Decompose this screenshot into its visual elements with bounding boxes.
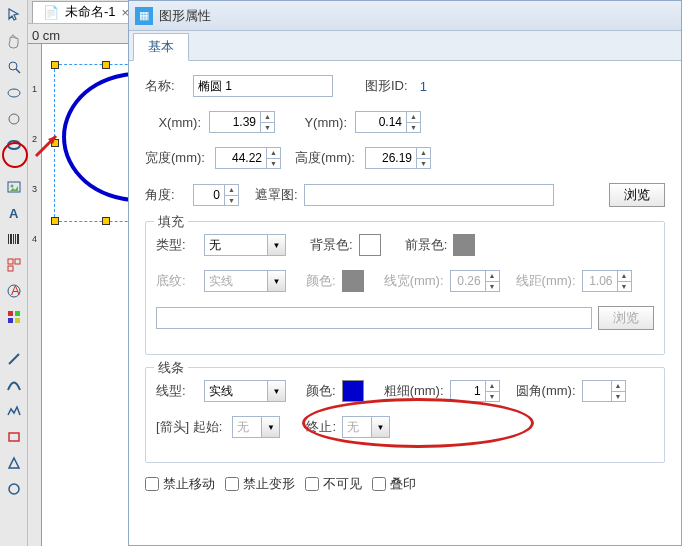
arrow-end-select[interactable]: ▼ — [342, 416, 390, 438]
arrow-start-select[interactable]: ▼ — [232, 416, 280, 438]
x-spinner[interactable]: ▲▼ — [209, 111, 275, 133]
handle-bottom-center[interactable] — [102, 217, 110, 225]
linesp-spinner[interactable]: ▲▼ — [582, 270, 632, 292]
panel-tabs: 基本 — [129, 31, 681, 61]
svg-rect-23 — [9, 433, 19, 441]
linecolor-swatch[interactable] — [342, 380, 364, 402]
circle-tool-icon[interactable] — [3, 108, 25, 130]
name-input[interactable] — [193, 75, 333, 97]
y-spinner[interactable]: ▲▼ — [355, 111, 421, 133]
curve-tool-icon[interactable] — [3, 374, 25, 396]
svg-point-24 — [9, 484, 19, 494]
image-tool-icon[interactable] — [3, 176, 25, 198]
canvas-area: 0 cm 1 2 3 4 — [28, 24, 128, 546]
line-group-title: 线条 — [154, 359, 188, 377]
svg-rect-18 — [8, 311, 13, 316]
shapeid-value: 1 — [420, 79, 427, 94]
tab-icon: 📄 — [43, 5, 59, 20]
mask-input[interactable] — [304, 184, 554, 206]
checkbox-row: 禁止移动 禁止变形 不可见 叠印 — [145, 475, 665, 493]
linesp-label: 线距(mm): — [516, 272, 576, 290]
svg-rect-13 — [8, 259, 13, 264]
svg-rect-20 — [8, 318, 13, 323]
height-label: 高度(mm): — [295, 149, 359, 167]
panel-body: 名称: 图形ID: 1 X(mm): ▲▼ Y(mm): ▲▼ 宽度(mm): … — [129, 61, 681, 545]
selection-box — [54, 64, 128, 222]
hand-tool-icon[interactable] — [3, 30, 25, 52]
corner-label: 圆角(mm): — [516, 382, 576, 400]
linecolor-label: 颜色: — [306, 382, 336, 400]
fill-browse-button: 浏览 — [598, 306, 654, 330]
width-spinner[interactable]: ▲▼ — [215, 147, 281, 169]
linew-label: 线宽(mm): — [384, 272, 444, 290]
zoom-tool-icon[interactable] — [3, 56, 25, 78]
svg-rect-14 — [15, 259, 20, 264]
angle-label: 角度: — [145, 186, 187, 204]
panel-titlebar[interactable]: ▦ 图形属性 — [129, 1, 681, 31]
svg-point-3 — [9, 114, 19, 124]
overprint-checkbox[interactable]: 叠印 — [372, 475, 416, 493]
panel-title-text: 图形属性 — [159, 7, 211, 25]
bgcolor-swatch[interactable] — [359, 234, 381, 256]
fill-color-label: 颜色: — [306, 272, 336, 290]
canvas[interactable] — [42, 44, 128, 546]
circle2-tool-icon[interactable] — [3, 478, 25, 500]
lineweight-label: 粗细(mm): — [384, 382, 444, 400]
annotation-circle — [2, 142, 28, 168]
corner-spinner[interactable]: ▲▼ — [582, 380, 626, 402]
fill-path-input[interactable] — [156, 307, 592, 329]
svg-rect-21 — [15, 318, 20, 323]
fgcolor-label: 前景色: — [405, 236, 448, 254]
svg-text:A: A — [9, 206, 19, 221]
tab-basic[interactable]: 基本 — [133, 33, 189, 61]
width-label: 宽度(mm): — [145, 149, 209, 167]
ruler-vertical: 1 2 3 4 — [28, 44, 42, 546]
svg-point-0 — [9, 62, 17, 70]
pointer-tool-icon[interactable] — [3, 4, 25, 26]
angle-spinner[interactable]: ▲▼ — [193, 184, 239, 206]
lockdeform-checkbox[interactable]: 禁止变形 — [225, 475, 295, 493]
y-label: Y(mm): — [291, 115, 349, 130]
svg-rect-15 — [8, 266, 13, 271]
lineweight-spinner[interactable]: ▲▼ — [450, 380, 500, 402]
oval-tool-icon[interactable] — [3, 82, 25, 104]
document-tab[interactable]: 📄 未命名-1 × — [32, 1, 140, 23]
fill-type-label: 类型: — [156, 236, 198, 254]
palette-tool-icon[interactable] — [3, 306, 25, 328]
handle-top-left[interactable] — [51, 61, 59, 69]
mask-label: 遮罩图: — [255, 186, 298, 204]
handle-top-center[interactable] — [102, 61, 110, 69]
mask-browse-button[interactable]: 浏览 — [609, 183, 665, 207]
line-tool-icon[interactable] — [3, 348, 25, 370]
linew-spinner[interactable]: ▲▼ — [450, 270, 500, 292]
arrow-end-label: 终止: — [306, 418, 336, 436]
handle-bottom-left[interactable] — [51, 217, 59, 225]
fgcolor-swatch[interactable] — [453, 234, 475, 256]
svg-line-1 — [16, 69, 20, 73]
selected-shape[interactable] — [58, 68, 128, 218]
name-label: 名称: — [145, 77, 187, 95]
fill-color-swatch[interactable] — [342, 270, 364, 292]
ruler-horizontal: 0 cm — [28, 24, 128, 44]
polyline-tool-icon[interactable] — [3, 400, 25, 422]
svg-rect-10 — [13, 234, 14, 244]
invisible-checkbox[interactable]: 不可见 — [305, 475, 362, 493]
barcode-tool-icon[interactable] — [3, 228, 25, 250]
annotation-arrow-icon — [32, 130, 62, 163]
height-spinner[interactable]: ▲▼ — [365, 147, 431, 169]
pattern-select[interactable]: ▼ — [204, 270, 286, 292]
fill-type-select[interactable]: ▼ — [204, 234, 286, 256]
panel-icon: ▦ — [135, 7, 153, 25]
linetype-select[interactable]: ▼ — [204, 380, 286, 402]
letter-a-icon[interactable]: A — [3, 280, 25, 302]
rect-tool-icon[interactable] — [3, 426, 25, 448]
lockmove-checkbox[interactable]: 禁止移动 — [145, 475, 215, 493]
triangle-tool-icon[interactable] — [3, 452, 25, 474]
text-tool-icon[interactable]: A — [3, 202, 25, 224]
qr-tool-icon[interactable] — [3, 254, 25, 276]
tab-title: 未命名-1 — [65, 3, 116, 21]
arrow-start-label: [箭头] 起始: — [156, 418, 222, 436]
shapeid-label: 图形ID: — [365, 77, 408, 95]
svg-point-2 — [8, 89, 20, 97]
line-group: 线条 线型: ▼ 颜色: 粗细(mm): ▲▼ 圆角(mm): ▲▼ [箭头] … — [145, 367, 665, 463]
